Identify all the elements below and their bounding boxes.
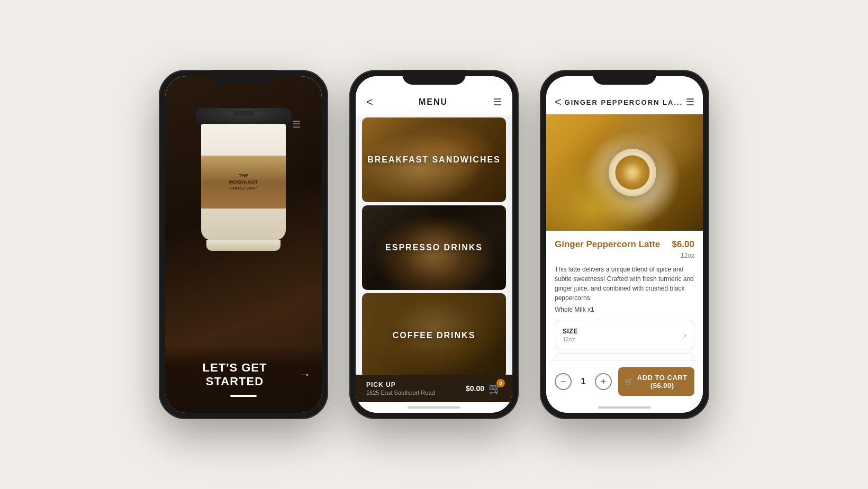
phone3-home-indicator <box>546 402 703 413</box>
coffee-overlay: COFFEE DRINKS <box>362 293 506 375</box>
product-price: $6.00 <box>672 239 694 250</box>
menu-item-coffee[interactable]: COFFEE DRINKS <box>362 293 506 375</box>
product-size-label: 12oz <box>555 252 694 259</box>
size-option-row[interactable]: SIZE 12oz › <box>555 321 694 349</box>
notch-2 <box>402 70 466 85</box>
brand-logo: THEMOCHA NUT COFFEE SHOP <box>229 173 258 191</box>
menu-back-button[interactable]: < <box>366 95 373 109</box>
menu-items-list: BREAKFAST SANDWICHES ESPRESSO DRINKS <box>356 115 512 375</box>
breakfast-label: BREAKFAST SANDWICHES <box>367 155 501 165</box>
home-indicator <box>230 395 257 397</box>
get-started-button[interactable]: LET'S GET STARTED → <box>176 361 311 388</box>
coffee-drinks-label: COFFEE DRINKS <box>393 331 476 340</box>
home-bar-3 <box>598 406 651 409</box>
product-footer: − 1 + 🛒 ADD TO CART ($6.00) <box>546 360 703 402</box>
notch-3 <box>593 70 656 85</box>
brand-sub: COFFEE SHOP <box>229 186 258 191</box>
latte-art <box>622 162 643 183</box>
welcome-footer: LET'S GET STARTED → <box>165 345 322 413</box>
phone3-inner: < GINGER PEPPERCORN LA... ☰ <box>546 76 703 413</box>
menu-title: MENU <box>419 97 448 107</box>
product-hero-image <box>546 114 703 231</box>
phone-welcome: ☰ THEMOCHA NUT COFFEE SHOP <box>159 70 328 419</box>
hoticed-option-row[interactable]: Hot/Iced Please select at least 1 option… <box>555 354 694 360</box>
quantity-value: 1 <box>578 377 589 386</box>
notch-1 <box>212 70 275 85</box>
brand-name: THEMOCHA NUT <box>229 173 258 185</box>
size-option-value: 12oz <box>563 336 578 342</box>
cart-button-icon: 🛒 <box>625 378 634 386</box>
phone2-home-indicator <box>356 402 512 413</box>
breakfast-overlay: BREAKFAST SANDWICHES <box>362 117 506 202</box>
size-option-title: SIZE <box>563 328 578 335</box>
size-chevron-icon: › <box>684 331 686 339</box>
cta-label: LET'S GET STARTED <box>176 361 294 388</box>
menu-footer: PICK UP 1625 East Southport Road $0.00 🛒… <box>356 375 512 402</box>
product-header-title: GINGER PEPPERCORN LA... <box>565 98 683 106</box>
phone-product: < GINGER PEPPERCORN LA... ☰ <box>540 70 709 419</box>
product-back-button[interactable]: < <box>555 95 562 109</box>
espresso-label: ESPRESSO DRINKS <box>385 243 483 252</box>
latte-surface <box>615 156 649 190</box>
pickup-info: PICK UP 1625 East Southport Road <box>366 381 435 396</box>
cart-icon-wrap: 🛒 0 <box>489 382 502 395</box>
menu-item-breakfast[interactable]: BREAKFAST SANDWICHES <box>362 117 506 202</box>
cart-button-label: ADD TO CART ($6.00) <box>637 374 689 390</box>
cup-body: THEMOCHA NUT COFFEE SHOP <box>201 124 286 240</box>
coffee-cup-illustration: THEMOCHA NUT COFFEE SHOP <box>180 108 307 320</box>
quantity-increase-button[interactable]: + <box>595 373 612 390</box>
phone2-inner: < MENU ☰ BREAKFAST SANDWICHES <box>356 76 512 413</box>
menu-hamburger-icon[interactable]: ☰ <box>493 96 502 108</box>
product-name: Ginger Peppercorn Latte <box>555 239 660 250</box>
welcome-screen: ☰ THEMOCHA NUT COFFEE SHOP <box>165 76 322 413</box>
product-content: Ginger Peppercorn Latte $6.00 12oz This … <box>546 231 703 360</box>
welcome-menu-icon[interactable]: ☰ <box>292 119 301 130</box>
pickup-label: PICK UP <box>366 381 435 388</box>
cart-badge: 0 <box>496 379 505 387</box>
quantity-decrease-button[interactable]: − <box>555 373 572 390</box>
phone1-inner: ☰ THEMOCHA NUT COFFEE SHOP <box>165 76 322 413</box>
product-description: This latte delivers a unique blend of sp… <box>555 265 694 303</box>
cup-sleeve: THEMOCHA NUT COFFEE SHOP <box>201 156 286 209</box>
home-bar-2 <box>408 406 460 409</box>
product-name-row: Ginger Peppercorn Latte $6.00 <box>555 239 694 250</box>
latte-cup-circle <box>609 149 656 196</box>
cart-total-value: $0.00 <box>466 384 484 393</box>
product-menu-icon[interactable]: ☰ <box>686 96 694 108</box>
cta-arrow-icon: → <box>299 368 311 382</box>
cart-total-section[interactable]: $0.00 🛒 0 <box>466 382 502 395</box>
product-modifier: Whole Milk x1 <box>555 306 694 313</box>
espresso-overlay: ESPRESSO DRINKS <box>362 205 506 290</box>
menu-item-espresso[interactable]: ESPRESSO DRINKS <box>362 205 506 290</box>
size-option-content: SIZE 12oz <box>563 328 578 342</box>
phones-container: ☰ THEMOCHA NUT COFFEE SHOP <box>138 49 730 440</box>
add-to-cart-button[interactable]: 🛒 ADD TO CART ($6.00) <box>618 367 694 396</box>
cup-base <box>206 240 281 251</box>
cup-lid <box>196 108 291 124</box>
phone-menu: < MENU ☰ BREAKFAST SANDWICHES <box>349 70 519 419</box>
pickup-address: 1625 East Southport Road <box>366 390 435 396</box>
